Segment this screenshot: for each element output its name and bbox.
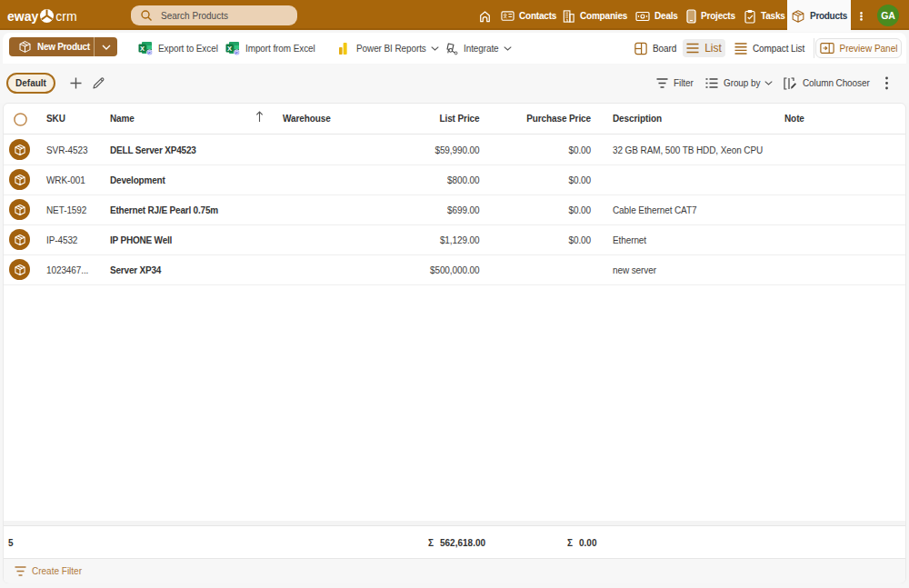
svg-text:X: X (140, 45, 145, 53)
svg-text:X: X (227, 45, 232, 53)
